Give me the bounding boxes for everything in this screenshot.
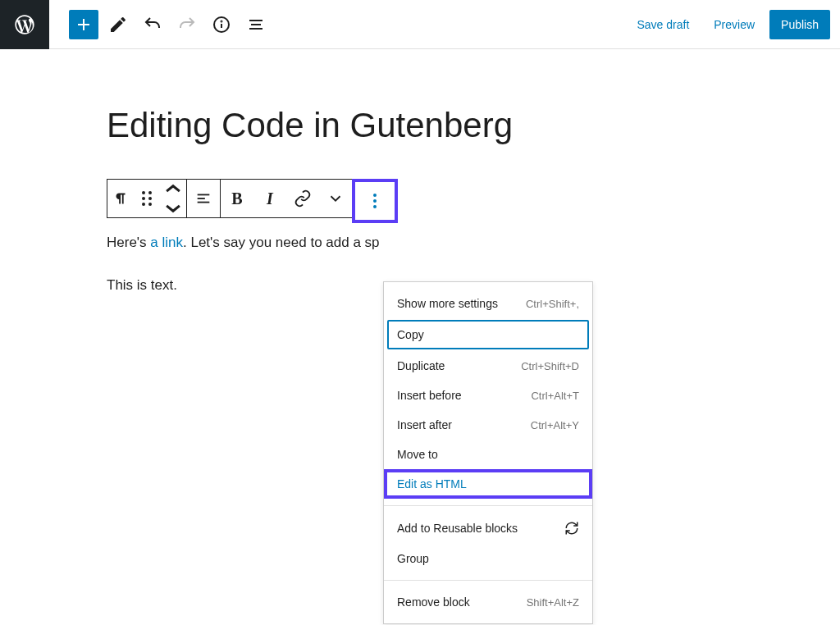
- menu-edit-as-html[interactable]: Edit as HTML: [384, 469, 592, 499]
- wordpress-icon: [13, 13, 36, 36]
- menu-label: Copy: [397, 328, 424, 341]
- kebab-icon: [373, 194, 377, 208]
- more-options-highlight: [352, 179, 398, 223]
- block-options-dropdown: Show more settings Ctrl+Shift+, Copy Dup…: [383, 281, 593, 624]
- edit-mode-button[interactable]: [103, 10, 133, 39]
- undo-button[interactable]: [138, 10, 167, 39]
- menu-shortcut: Ctrl+Shift+,: [526, 298, 579, 310]
- editor-tools: [49, 10, 271, 39]
- menu-add-reusable[interactable]: Add to Reusable blocks: [384, 513, 592, 544]
- paragraph-icon: [112, 189, 130, 208]
- refresh-icon: [564, 521, 579, 536]
- wordpress-logo[interactable]: [0, 0, 49, 49]
- more-formatting-button[interactable]: [319, 180, 352, 217]
- save-draft-button[interactable]: Save draft: [627, 11, 699, 38]
- svg-point-2: [221, 21, 222, 21]
- redo-icon: [177, 15, 197, 34]
- top-actions: Save draft Preview Publish: [627, 10, 840, 39]
- pencil-icon: [108, 15, 128, 34]
- menu-label: Show more settings: [397, 297, 498, 310]
- menu-label: Group: [397, 552, 429, 565]
- link-icon: [294, 189, 312, 208]
- bold-button[interactable]: B: [221, 180, 253, 217]
- menu-label: Add to Reusable blocks: [397, 522, 518, 535]
- block-type-button[interactable]: [107, 180, 134, 217]
- text-fragment: Here's: [107, 235, 150, 250]
- menu-copy[interactable]: Copy: [387, 320, 589, 349]
- italic-button[interactable]: I: [253, 180, 286, 217]
- info-icon: [212, 15, 231, 34]
- plus-icon: [74, 15, 94, 34]
- align-button[interactable]: [187, 180, 220, 217]
- menu-group[interactable]: Group: [384, 544, 592, 573]
- move-updown-button[interactable]: [160, 180, 186, 217]
- menu-shortcut: Ctrl+Alt+Y: [531, 419, 579, 431]
- chevron-updown-icon: [164, 180, 182, 217]
- chevron-down-icon: [326, 189, 345, 208]
- menu-shortcut: Ctrl+Alt+T: [531, 390, 579, 402]
- menu-label: Remove block: [397, 595, 470, 609]
- content-link[interactable]: a link: [150, 235, 183, 250]
- editor-area: Editing Code in Gutenberg: [0, 49, 840, 296]
- menu-label: Duplicate: [397, 359, 445, 372]
- menu-label: Edit as HTML: [397, 477, 467, 490]
- undo-icon: [143, 15, 162, 34]
- outline-button[interactable]: [241, 10, 271, 39]
- menu-show-more-settings[interactable]: Show more settings Ctrl+Shift+,: [384, 289, 592, 318]
- drag-handle[interactable]: [134, 180, 160, 217]
- redo-button[interactable]: [172, 10, 202, 39]
- top-bar: Save draft Preview Publish: [0, 0, 840, 49]
- menu-remove-block[interactable]: Remove block Shift+Alt+Z: [384, 587, 592, 617]
- menu-insert-before[interactable]: Insert before Ctrl+Alt+T: [384, 381, 592, 410]
- align-left-icon: [194, 189, 212, 208]
- list-icon: [246, 15, 266, 34]
- info-button[interactable]: [207, 10, 236, 39]
- more-options-button[interactable]: [355, 182, 395, 220]
- preview-button[interactable]: Preview: [704, 11, 765, 38]
- block-toolbar: B I: [107, 179, 353, 218]
- menu-label: Move to: [397, 448, 438, 461]
- menu-duplicate[interactable]: Duplicate Ctrl+Shift+D: [384, 351, 592, 381]
- paragraph-block-1[interactable]: Here's a link. Let's say you need to add…: [107, 231, 733, 253]
- menu-insert-after[interactable]: Insert after Ctrl+Alt+Y: [384, 410, 592, 440]
- publish-button[interactable]: Publish: [769, 10, 830, 39]
- menu-label: Insert after: [397, 418, 452, 431]
- menu-shortcut: Shift+Alt+Z: [527, 596, 579, 609]
- menu-label: Insert before: [397, 389, 462, 402]
- link-button[interactable]: [286, 180, 319, 217]
- add-block-button[interactable]: [69, 10, 98, 39]
- drag-icon: [142, 191, 152, 206]
- text-fragment: . Let's say you need to add a sp: [183, 235, 380, 250]
- post-title[interactable]: Editing Code in Gutenberg: [107, 105, 733, 146]
- menu-shortcut: Ctrl+Shift+D: [521, 360, 579, 372]
- menu-move-to[interactable]: Move to: [384, 440, 592, 469]
